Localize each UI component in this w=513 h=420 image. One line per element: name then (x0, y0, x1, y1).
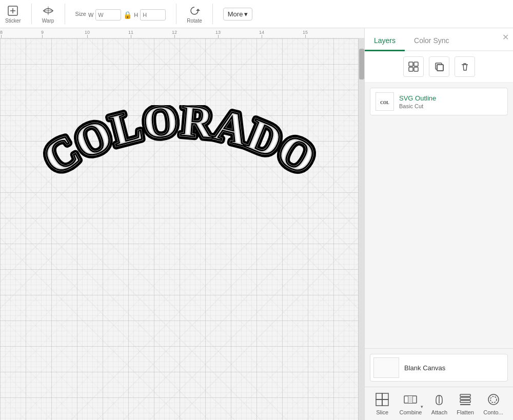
layer-preview-icon: COL (377, 94, 392, 109)
svg-rect-10 (414, 62, 418, 66)
contour-icon (486, 392, 501, 407)
layer-type: Basic Cut (399, 103, 436, 109)
svg-rect-17 (376, 393, 382, 399)
group-layer-button[interactable] (403, 56, 424, 77)
size-label: Size (75, 11, 86, 17)
flatten-label: Flatten (457, 409, 474, 415)
colorado-svg[interactable]: COLORADO COLORADO COLORADO COLORADO (15, 105, 344, 208)
divider-3 (176, 4, 176, 24)
lock-icon: 🔒 (123, 11, 132, 19)
svg-point-32 (490, 396, 497, 403)
rotate-label: Rotate (187, 18, 202, 24)
slice-icon (374, 392, 390, 407)
canvas-area: 8 9 10 11 12 (0, 28, 364, 420)
delete-icon (459, 61, 470, 72)
sticker-label: Sticker (5, 18, 21, 24)
svg-rect-19 (376, 399, 382, 406)
duplicate-layer-button[interactable] (429, 56, 449, 77)
panel-close-button[interactable]: ✕ (502, 32, 509, 42)
right-panel: Layers Color Sync ✕ (364, 28, 513, 420)
svg-rect-20 (382, 399, 388, 406)
combine-tool[interactable]: Combine ▾ (399, 392, 422, 415)
svg-text:COLORADO: COLORADO (35, 105, 324, 184)
top-toolbar: Sticker Warp Size W 🔒 H (0, 0, 513, 28)
rotate-tool[interactable]: Rotate (187, 5, 202, 24)
bottom-toolbar: Slice Combine ▾ (365, 387, 513, 420)
width-input[interactable] (95, 9, 121, 21)
svg-text:COL: COL (380, 101, 389, 105)
contour-tool[interactable]: Conto... (483, 392, 503, 415)
attach-tool[interactable]: Attach (431, 392, 447, 415)
flatten-icon (458, 392, 473, 407)
canvas-scrollbar[interactable] (358, 38, 364, 420)
size-tool: Size (75, 11, 86, 17)
divider-4 (212, 4, 213, 24)
canvas-scroll[interactable]: COLORADO COLORADO COLORADO COLORADO (0, 38, 358, 420)
blank-canvas-item[interactable]: Blank Canvas (370, 354, 508, 382)
layer-actions (365, 51, 513, 83)
more-arrow: ▾ (244, 10, 248, 18)
sticker-icon (7, 5, 19, 17)
rotate-icon (188, 5, 201, 17)
more-button[interactable]: More ▾ (223, 8, 253, 21)
ruler-mark-15: 15 (303, 30, 308, 38)
blank-canvas-label: Blank Canvas (404, 364, 445, 372)
svg-marker-3 (196, 9, 200, 11)
group-icon (408, 61, 419, 72)
ruler-mark-8: 8 (0, 30, 3, 38)
layer-name: SVG Outline (399, 94, 436, 102)
svg-point-31 (488, 394, 499, 405)
ruler-mark-13: 13 (215, 30, 221, 38)
tab-color-sync[interactable]: Color Sync (405, 31, 458, 51)
ruler-horizontal: 8 9 10 11 12 (0, 28, 364, 38)
flatten-tool[interactable]: Flatten (457, 392, 474, 415)
warp-icon (42, 5, 54, 17)
height-input[interactable] (140, 9, 166, 21)
ruler-marks: 8 9 10 11 12 (0, 28, 364, 38)
svg-rect-9 (409, 62, 413, 66)
tab-layers[interactable]: Layers (365, 31, 405, 51)
ruler-mark-10: 10 (85, 30, 90, 38)
warp-label: Warp (42, 18, 54, 24)
scrollbar-thumb[interactable] (359, 49, 364, 79)
ruler-mark-9: 9 (41, 30, 44, 38)
svg-rect-11 (409, 67, 413, 71)
svg-rect-27 (460, 394, 470, 396)
panel-tabs: Layers Color Sync ✕ (365, 28, 513, 51)
layers-list: COL SVG Outline Basic Cut (365, 83, 513, 348)
combine-arrow: ▾ (421, 404, 423, 409)
blank-canvas-section: Blank Canvas (365, 348, 513, 387)
layer-info: SVG Outline Basic Cut (399, 94, 436, 109)
svg-rect-29 (460, 401, 470, 403)
combine-label: Combine (399, 409, 422, 415)
svg-rect-25 (408, 396, 412, 403)
slice-label: Slice (376, 409, 388, 415)
more-label: More (228, 10, 243, 18)
panel-content: COL SVG Outline Basic Cut Blank Canvas (365, 51, 513, 420)
attach-icon (431, 392, 447, 407)
size-group: Size W 🔒 H (75, 7, 166, 21)
svg-rect-12 (414, 67, 418, 71)
height-label: H (134, 12, 138, 18)
ruler-mark-12: 12 (172, 30, 177, 38)
svg-rect-14 (437, 65, 443, 71)
combine-icon (403, 392, 418, 407)
main-area: 8 9 10 11 12 (0, 28, 513, 420)
width-label: W (88, 12, 93, 18)
divider-1 (31, 4, 32, 24)
canvas-grid: COLORADO COLORADO COLORADO COLORADO (0, 38, 358, 420)
slice-tool[interactable]: Slice (374, 392, 390, 415)
delete-layer-button[interactable] (455, 56, 475, 77)
blank-canvas-thumbnail (373, 357, 399, 378)
ruler-mark-14: 14 (259, 30, 264, 38)
divider-2 (65, 4, 65, 24)
attach-label: Attach (431, 409, 447, 415)
svg-rect-28 (460, 397, 470, 399)
warp-tool[interactable]: Warp (42, 5, 54, 24)
ruler-mark-11: 11 (128, 30, 133, 38)
svg-rect-18 (382, 393, 388, 399)
layer-item-svg[interactable]: COL SVG Outline Basic Cut (370, 88, 508, 115)
layer-thumbnail: COL (376, 92, 394, 111)
sticker-tool[interactable]: Sticker (5, 5, 21, 24)
duplicate-icon (433, 61, 445, 72)
